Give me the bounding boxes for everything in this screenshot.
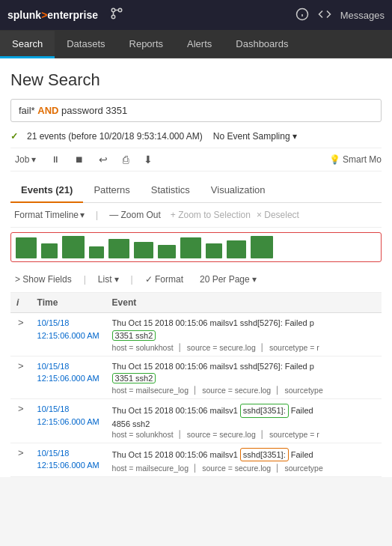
expand-row-button[interactable]: > — [16, 403, 25, 414]
info-circle-icon[interactable] — [295, 7, 309, 23]
timeline-controls: Format Timeline ▾ | — Zoom Out + Zoom to… — [10, 203, 382, 228]
tab-datasets[interactable]: Datasets — [55, 31, 117, 58]
timeline-bar — [41, 243, 58, 258]
table-row: > 10/15/1812:15:06.000 AM Thu Oct 15 201… — [10, 356, 382, 399]
code-icon[interactable] — [318, 7, 331, 23]
export-button[interactable]: ⬇ — [139, 151, 157, 168]
col-header-event: Event — [106, 293, 382, 313]
subtab-visualization[interactable]: Visualization — [200, 178, 276, 203]
search-query: fail* AND password 3351 — [19, 105, 127, 116]
timeline-bar — [158, 245, 176, 258]
export-icon: ⬇ — [144, 154, 153, 166]
timeline-bar — [180, 237, 201, 258]
event-highlight-green: sshd[3351]: — [240, 404, 289, 418]
timeline-bar — [206, 243, 222, 258]
format-button[interactable]: ✓ Format — [141, 273, 188, 286]
event-time: 10/15/1812:15:06.000 AM — [37, 447, 100, 472]
sub-tabs: Events (21) Patterns Statistics Visualiz… — [10, 178, 382, 203]
event-highlight-row: 3351 ssh2 — [112, 330, 376, 342]
top-navbar: splunk>enterprise Messages — [0, 0, 392, 30]
event-highlight-orange: sshd[3351]: — [240, 448, 289, 462]
event-time: 10/15/1812:15:06.000 AM — [37, 317, 100, 342]
subtab-statistics[interactable]: Statistics — [141, 178, 200, 203]
event-time: 10/15/1812:15:06.000 AM — [37, 403, 100, 428]
deselect-text: × Deselect — [257, 210, 299, 220]
event-text: Thu Oct 15 2018 00:15:06 mailsv1 sshd[52… — [112, 317, 344, 330]
status-bar: ✓ 21 events (before 10/20/18 9:53:14.000… — [10, 130, 382, 143]
smart-mode-button[interactable]: 💡 Smart Mo — [329, 154, 382, 165]
subtab-patterns[interactable]: Patterns — [83, 178, 140, 203]
event-highlight-row: 3351 ssh2 — [112, 372, 376, 384]
svg-point-1 — [118, 8, 122, 12]
share-icon: ↩ — [99, 154, 108, 166]
col-header-time: Time — [31, 293, 106, 313]
toolbar: Job ▾ ⏸ ⏹ ↩ ⎙ ⬇ 💡 Smart Mo — [10, 148, 382, 172]
event-sampling-button[interactable]: No Event Sampling ▾ — [210, 130, 300, 143]
timeline-bar — [62, 236, 85, 258]
main-navbar: Search Datasets Reports Alerts Dashboard… — [0, 30, 392, 58]
subtab-events[interactable]: Events (21) — [10, 178, 83, 203]
search-bar[interactable]: fail* AND password 3351 — [10, 99, 382, 122]
event-text: Thu Oct 15 2018 00:15:06 mailsv1 sshd[52… — [112, 360, 344, 373]
pause-button[interactable]: ⏸ — [46, 152, 64, 167]
col-header-i: i — [10, 293, 31, 313]
svg-point-0 — [111, 8, 115, 12]
expand-row-button[interactable]: > — [16, 360, 25, 371]
list-button[interactable]: List ▾ — [94, 273, 123, 286]
show-fields-button[interactable]: > Show Fields — [10, 273, 76, 286]
event-extra: 4856 ssh2 — [112, 419, 376, 428]
event-highlight-green: 3351 ssh2 — [112, 330, 156, 341]
events-table: i Time Event > 10/15/1812:15:06.000 AM T… — [10, 293, 382, 477]
event-meta: host = solunkhost │ source = secure.log … — [112, 430, 344, 439]
content-area: New Search fail* AND password 3351 ✓ 21 … — [0, 58, 392, 477]
event-highlight-green: 3351 ssh2 — [112, 373, 156, 383]
timeline-chart — [10, 232, 382, 262]
format-timeline-button[interactable]: Format Timeline ▾ — [10, 208, 88, 222]
timeline-bar — [89, 246, 104, 258]
status-checkmark: ✓ — [10, 131, 18, 142]
lightbulb-icon: 💡 — [329, 154, 340, 165]
event-meta: host = solunkhost │ source = secure.log … — [112, 343, 344, 352]
table-row: > 10/15/1812:15:06.000 AM Thu Oct 15 201… — [10, 443, 382, 477]
expand-row-button[interactable]: > — [16, 317, 25, 328]
share-button[interactable]: ↩ — [94, 151, 112, 168]
zoom-out-button[interactable]: — Zoom Out — [105, 208, 165, 222]
event-meta: host = mailsecure_log │ source = secure.… — [112, 386, 344, 395]
tab-search[interactable]: Search — [0, 31, 55, 58]
branch-icon[interactable] — [110, 7, 123, 23]
logo[interactable]: splunk>enterprise — [7, 9, 98, 21]
table-row: > 10/15/1812:15:06.000 AM Thu Oct 15 201… — [10, 313, 382, 357]
pause-icon: ⏸ — [51, 154, 60, 165]
expand-row-button[interactable]: > — [16, 447, 25, 458]
results-controls: > Show Fields | List ▾ | ✓ Format 20 Per… — [10, 267, 382, 293]
tab-reports[interactable]: Reports — [117, 31, 176, 58]
event-time: 10/15/1812:15:06.000 AM — [37, 360, 100, 385]
events-count-text: 21 events (before 10/20/18 9:53:14.000 A… — [27, 131, 203, 142]
tab-dashboards[interactable]: Dashboards — [224, 31, 300, 58]
table-row: > 10/15/1812:15:06.000 AM Thu Oct 15 201… — [10, 399, 382, 443]
page-title: New Search — [10, 70, 382, 90]
print-icon: ⎙ — [123, 154, 129, 166]
timeline-bar — [251, 236, 273, 258]
event-text: Thu Oct 15 2018 00:15:06 mailsv1 sshd[33… — [112, 403, 344, 419]
timeline-bar — [16, 237, 37, 258]
stop-icon: ⏹ — [75, 154, 84, 165]
svg-point-2 — [111, 15, 115, 19]
stop-button[interactable]: ⏹ — [70, 152, 88, 167]
event-text: Thu Oct 15 2018 00:15:06 mailsv1 sshd[33… — [112, 447, 344, 463]
timeline-bar — [227, 240, 246, 258]
timeline-bar — [134, 242, 153, 258]
per-page-button[interactable]: 20 Per Page ▾ — [195, 273, 261, 286]
job-button[interactable]: Job ▾ — [10, 152, 40, 167]
event-meta: host = mailsecure_log │ source = secure.… — [112, 464, 344, 473]
timeline-bar — [108, 239, 129, 258]
messages-button[interactable]: Messages — [340, 10, 385, 21]
print-button[interactable]: ⎙ — [118, 151, 133, 168]
tab-alerts[interactable]: Alerts — [175, 31, 224, 58]
zoom-to-selection-text: + Zoom to Selection — [171, 210, 251, 220]
